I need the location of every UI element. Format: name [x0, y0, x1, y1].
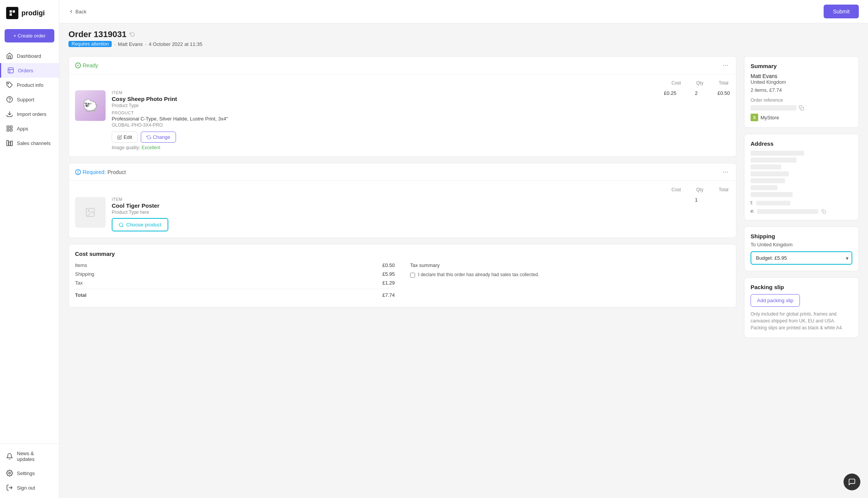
sidebar-item-sales-channels[interactable]: Sales channels: [0, 136, 59, 150]
cost-col-header: Cost: [671, 80, 681, 86]
order-header: Order 1319031 Requires attention · Matt …: [68, 29, 859, 47]
item-image-tiger: [75, 197, 106, 228]
copy-email-icon[interactable]: [821, 209, 826, 214]
svg-rect-28: [823, 211, 826, 213]
summary-items-count: 2 items, £7.74: [751, 87, 852, 93]
sidebar-item-import-orders[interactable]: Import orders: [0, 107, 59, 121]
order-date: 4 October 2022 at 11:35: [149, 41, 202, 47]
edit-icon: [117, 135, 122, 140]
item-name-required: Cool Tiger Poster: [112, 202, 650, 209]
tax-collected-checkbox[interactable]: [410, 273, 415, 278]
svg-point-6: [8, 83, 8, 84]
right-panel: Summary Matt Evans United Kingdom 2 item…: [744, 56, 859, 490]
back-label: Back: [75, 9, 86, 15]
required-card-header: Required: Product ···: [69, 163, 736, 181]
phone-blurred: [756, 201, 790, 205]
required-card-item-row: ITEM Cool Tiger Poster Product Type here…: [75, 197, 730, 231]
product-name-ready: Professional C-Type, Silver Halide, Lust…: [112, 116, 650, 122]
sidebar-item-orders[interactable]: Orders: [0, 63, 59, 78]
svg-point-25: [119, 223, 123, 226]
sidebar-item-support[interactable]: Support: [0, 92, 59, 107]
ready-card-more-button[interactable]: ···: [721, 61, 730, 69]
order-title: Order 1319031: [68, 29, 859, 39]
svg-rect-16: [11, 141, 13, 146]
required-card-item-header: Cost Qty Total: [75, 187, 730, 192]
sidebar-item-settings[interactable]: Settings: [0, 466, 59, 480]
submit-button[interactable]: Submit: [824, 5, 859, 18]
logo-icon: [6, 7, 18, 19]
req-total-col-header: Total: [719, 187, 728, 192]
sidebar-item-news-updates[interactable]: News & updates: [0, 447, 59, 466]
items-value: £0.50: [382, 262, 395, 268]
tiger-image-placeholder: [75, 197, 106, 228]
chat-bubble[interactable]: [844, 474, 860, 490]
image-quality: Image quality: Excellent: [112, 145, 650, 150]
change-icon: [147, 135, 151, 140]
image-quality-value: Excellent: [142, 145, 160, 150]
order-ref-row: [751, 105, 852, 111]
svg-point-8: [10, 101, 10, 101]
summary-title: Summary: [751, 63, 852, 69]
sidebar-item-dashboard-label: Dashboard: [17, 53, 41, 59]
svg-rect-3: [8, 68, 13, 73]
ready-card-header: Ready ···: [69, 57, 736, 74]
required-card-more-button[interactable]: ···: [721, 168, 730, 176]
chat-icon: [848, 478, 856, 486]
tax-value: £1.29: [382, 280, 395, 286]
sidebar-item-product-info[interactable]: Product info: [0, 78, 59, 92]
ready-label: Ready: [83, 62, 98, 68]
sheep-image-placeholder: 🐑: [75, 90, 106, 121]
order-ref-blurred: [751, 105, 796, 111]
summary-card: Summary Matt Evans United Kingdom 2 item…: [744, 56, 859, 128]
search-icon: [119, 222, 124, 228]
add-packing-slip-button[interactable]: Add packing slip: [751, 294, 800, 307]
cost-right: Tax summary I declare that this order ha…: [410, 262, 730, 301]
shipping-destination: To United Kingdom: [751, 242, 852, 247]
address-line7: [751, 192, 793, 197]
shipping-title: Shipping: [751, 233, 852, 239]
check-circle-icon: [75, 62, 81, 68]
sidebar-item-product-info-label: Product info: [17, 82, 43, 88]
cost-row-shipping: Shipping £5.95: [75, 271, 395, 277]
shipping-select[interactable]: Budget: £5.95 Standard: £7.50 Express: £…: [751, 251, 852, 265]
sidebar-item-support-label: Support: [17, 97, 34, 103]
tag-icon: [6, 81, 13, 88]
required-label: Required:: [83, 169, 106, 175]
tax-summary-title: Tax summary: [410, 262, 730, 268]
edit-btn-label: Edit: [124, 134, 132, 140]
change-button[interactable]: Change: [141, 132, 176, 143]
svg-point-24: [88, 210, 90, 212]
shipping-label: Shipping: [75, 271, 94, 277]
shopify-icon: S: [751, 114, 758, 121]
address-line5: [751, 178, 785, 183]
email-blurred: [757, 209, 818, 214]
left-panel: Ready ··· Cost Qty Total 🐑: [68, 56, 736, 490]
content-area: Ready ··· Cost Qty Total 🐑: [59, 49, 868, 498]
support-icon: [6, 96, 13, 103]
home-icon: [6, 52, 13, 59]
total-value: £7.74: [382, 292, 395, 298]
refresh-icon[interactable]: [130, 32, 135, 37]
required-item-details: ITEM Cool Tiger Poster Product Type here…: [112, 197, 650, 231]
create-order-button[interactable]: + Create order: [5, 29, 54, 42]
back-link[interactable]: Back: [68, 9, 86, 15]
edit-button[interactable]: Edit: [112, 132, 138, 143]
ready-card: Ready ··· Cost Qty Total 🐑: [68, 56, 736, 157]
svg-point-17: [9, 472, 11, 474]
copy-icon[interactable]: [799, 105, 804, 111]
svg-line-26: [122, 226, 124, 227]
sidebar-item-dashboard[interactable]: Dashboard: [0, 49, 59, 63]
total-label: Total: [75, 292, 86, 298]
address-line6: [751, 185, 777, 190]
svg-rect-10: [7, 126, 9, 128]
order-author: Matt Evans: [118, 41, 143, 47]
sidebar-item-sign-out[interactable]: Sign out: [0, 480, 59, 495]
packing-slip-title: Packing slip: [751, 284, 852, 290]
orders-icon: [7, 67, 14, 74]
qty-col-header: Qty: [696, 80, 704, 86]
choose-product-button[interactable]: Choose product: [112, 218, 168, 231]
logo-text: prodigi: [21, 9, 45, 17]
sidebar-item-apps[interactable]: Apps: [0, 121, 59, 136]
item-type-required: Product Type here: [112, 210, 650, 215]
main-content: Back Submit Order 1319031 Requires atten…: [59, 0, 868, 498]
